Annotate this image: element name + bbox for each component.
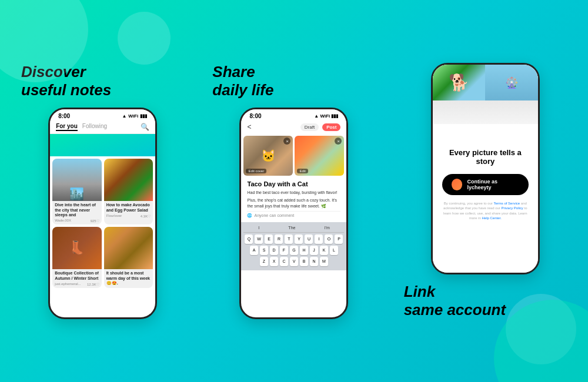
draft-button[interactable]: Draft <box>300 123 319 131</box>
privacy-link[interactable]: Privacy Policy <box>502 206 523 210</box>
post-text-1: Had the best taco ever today, bursting w… <box>247 190 340 196</box>
key-v[interactable]: V <box>290 257 298 266</box>
card-buildings-title: Dive into the heart of the city that nev… <box>55 203 99 217</box>
img-boots: 👢 <box>52 227 102 269</box>
key-d[interactable]: D <box>270 246 278 255</box>
card-boots-body: Boutique Collection of Autumn / Winter S… <box>52 269 102 288</box>
key-s[interactable]: S <box>260 246 268 255</box>
phone1-nav: For you Following 🔍 <box>50 120 155 134</box>
card-room-title: It should be a most warm day of this wee… <box>106 271 151 286</box>
terms-text: By continuing, you agree to our Terms of… <box>442 201 529 221</box>
header-actions: Draft Post <box>300 123 341 131</box>
key-g[interactable]: G <box>290 246 298 255</box>
key-r[interactable]: R <box>275 234 283 244</box>
card-boots: 👢 Boutique Collection of Autumn / Winter… <box>52 227 102 288</box>
card-room: It should be a most warm day of this wee… <box>104 227 153 288</box>
phone3-main-title: Every picture tells a story <box>442 148 529 166</box>
img-dog: 🐕 <box>433 65 486 101</box>
phone1-grid: 🏙️ Dive into the heart of the city that … <box>50 156 155 290</box>
key-c[interactable]: C <box>280 257 288 266</box>
continue-button[interactable]: Continue as lycheeyty <box>442 174 529 195</box>
card-salad-title: How to make Avocado and Egg Power Salad <box>106 203 151 213</box>
status-time-1: 8:00 <box>58 113 70 119</box>
key-q[interactable]: Q <box>245 234 253 244</box>
key-l[interactable]: L <box>330 246 338 255</box>
key-k[interactable]: K <box>320 246 328 255</box>
key-z[interactable]: Z <box>260 257 268 266</box>
phone2-header: < Draft Post <box>241 120 346 133</box>
keyboard-suggestions: I The I'm <box>243 224 344 233</box>
key-a[interactable]: A <box>250 246 258 255</box>
post-button[interactable]: Post <box>322 123 340 131</box>
key-i[interactable]: I <box>315 234 323 244</box>
phone1-nav-tabs[interactable]: For you Following <box>56 123 141 131</box>
keyboard: I The I'm Q W E R T Y U I O P A S D F <box>241 222 346 270</box>
phone1-hero-bg <box>50 134 155 156</box>
key-p[interactable]: P <box>335 234 343 244</box>
key-y[interactable]: Y <box>295 234 303 244</box>
tab-following[interactable]: Following <box>82 123 107 131</box>
key-w[interactable]: W <box>255 234 263 244</box>
back-button[interactable]: < <box>247 123 251 131</box>
card-salad: How to make Avocado and Egg Power Salad … <box>104 159 153 224</box>
key-t[interactable]: T <box>285 234 293 244</box>
phone3-content: 🐕 🎡 Every picture tells a story Continue… <box>433 65 538 273</box>
continue-label: Continue as lycheeyty <box>467 179 519 190</box>
deco-blob-3 <box>118 12 171 65</box>
key-j[interactable]: J <box>310 246 318 255</box>
kb-sug-3[interactable]: I'm <box>325 226 330 230</box>
card-salad-body: How to make Avocado and Egg Power Salad … <box>104 201 153 220</box>
status-icons-2: ▲ WiFi ▮▮▮ <box>314 113 338 119</box>
key-n[interactable]: N <box>310 257 318 266</box>
card-room-body: It should be a most warm day of this wee… <box>104 269 153 287</box>
search-icon[interactable]: 🔍 <box>141 123 149 131</box>
section-share-title: Share daily life <box>208 63 273 99</box>
help-link[interactable]: Help Center. <box>482 216 501 220</box>
phone-share: 8:00 ▲ WiFi ▮▮▮ < Draft Post 🐱 Edit cove… <box>239 108 348 319</box>
key-m[interactable]: M <box>320 257 328 266</box>
key-o[interactable]: O <box>325 234 333 244</box>
kb-row-3: Z X C V B N M <box>243 257 344 266</box>
tab-for-you[interactable]: For you <box>56 123 78 131</box>
key-e[interactable]: E <box>265 234 273 244</box>
status-time-2: 8:00 <box>249 113 261 119</box>
phone-link: 🐕 🎡 Every picture tells a story Continue… <box>431 63 540 274</box>
phone2-images: 🐱 Edit cover × Edit × <box>241 133 346 178</box>
kb-row-1: Q W E R T Y U I O P <box>243 234 344 244</box>
post-img-cat: 🐱 Edit cover × <box>243 136 293 176</box>
post-text-2: Plus, the shop's cat added such a cozy t… <box>247 197 340 209</box>
post-title: Taco Day with a Cat <box>247 180 340 187</box>
card-boots-sub: just.ephemeral... 12.3K♡ <box>55 282 99 286</box>
key-u[interactable]: U <box>305 234 313 244</box>
section-link-title: Link same account <box>399 283 506 319</box>
comment-row[interactable]: 🌐 Anyone can comment <box>247 211 340 220</box>
card-buildings-body: Dive into the heart of the city that nev… <box>52 201 102 224</box>
status-icons-1: ▲ WiFi ▮▮▮ <box>122 113 147 119</box>
edit-label[interactable]: Edit <box>297 169 308 173</box>
img-room <box>104 227 153 269</box>
kb-row-2: A S D F G H J K L <box>243 246 344 255</box>
img-ferriswheel: 🎡 <box>485 65 538 101</box>
img-buildings: 🏙️ <box>52 159 102 201</box>
edit-cover-label[interactable]: Edit cover <box>246 169 266 173</box>
card-salad-sub: Flourlover 4.3K♡ <box>106 214 151 218</box>
comment-label: Anyone can comment <box>254 213 294 217</box>
phone3-main: Every picture tells a story Continue as … <box>433 141 538 228</box>
phone2-content: Taco Day with a Cat Had the best taco ev… <box>241 178 346 222</box>
key-x[interactable]: X <box>270 257 278 266</box>
continue-avatar <box>452 179 463 190</box>
phone3-images: 🐕 🎡 <box>433 65 538 141</box>
kb-sug-1[interactable]: I <box>258 226 259 230</box>
key-b[interactable]: B <box>300 257 308 266</box>
section-share: Share daily life 8:00 ▲ WiFi ▮▮▮ < Draft… <box>208 12 380 370</box>
img-salad <box>104 159 153 201</box>
card-buildings: 🏙️ Dive into the heart of the city that … <box>52 159 102 224</box>
kb-sug-2[interactable]: The <box>288 226 295 230</box>
status-bar-2: 8:00 ▲ WiFi ▮▮▮ <box>241 109 346 120</box>
terms-link[interactable]: Terms of Service <box>493 202 520 205</box>
phone-discover: 8:00 ▲ WiFi ▮▮▮ For you Following 🔍 🏙️ D… <box>48 108 157 319</box>
post-img-drinks: Edit × <box>295 136 344 176</box>
img-mist <box>433 100 538 124</box>
key-h[interactable]: H <box>300 246 308 255</box>
key-f[interactable]: F <box>280 246 288 255</box>
